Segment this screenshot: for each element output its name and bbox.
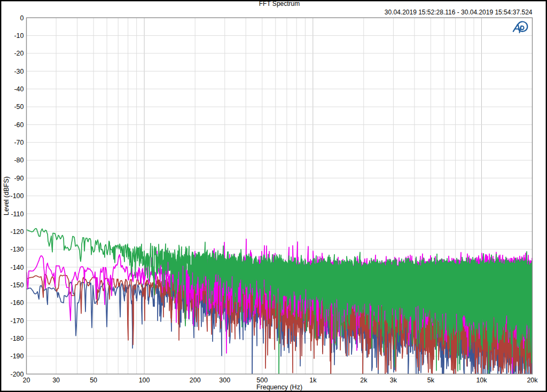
svg-text:500: 500 xyxy=(256,377,268,384)
svg-text:20: 20 xyxy=(23,377,30,384)
svg-text:0: 0 xyxy=(20,14,24,22)
svg-text:-160: -160 xyxy=(10,299,24,307)
svg-text:-190: -190 xyxy=(10,352,24,360)
svg-text:-140: -140 xyxy=(10,264,24,271)
svg-text:-200: -200 xyxy=(10,371,24,378)
svg-text:Frequency (Hz): Frequency (Hz) xyxy=(256,383,302,391)
svg-text:-40: -40 xyxy=(14,85,24,93)
svg-text:30: 30 xyxy=(52,377,60,384)
svg-text:Level (dBFS): Level (dBFS) xyxy=(3,176,10,215)
svg-text:200: 200 xyxy=(190,377,201,384)
svg-text:1k: 1k xyxy=(309,377,317,384)
svg-text:20k: 20k xyxy=(527,377,538,384)
svg-text:-150: -150 xyxy=(10,281,24,289)
svg-text:50: 50 xyxy=(90,377,97,384)
svg-text:-110: -110 xyxy=(11,210,24,218)
svg-text:-30: -30 xyxy=(14,68,24,75)
svg-text:-130: -130 xyxy=(10,246,24,253)
svg-text:30.04.2019 15:52:28.116 - 30.0: 30.04.2019 15:52:28.116 - 30.04.2019 15:… xyxy=(385,9,533,16)
svg-text:2k: 2k xyxy=(360,377,368,384)
svg-text:-180: -180 xyxy=(10,335,24,342)
svg-text:3k: 3k xyxy=(390,377,397,384)
svg-text:-120: -120 xyxy=(10,228,24,236)
svg-text:300: 300 xyxy=(219,377,230,384)
svg-text:10k: 10k xyxy=(476,377,487,384)
svg-text:-80: -80 xyxy=(14,156,24,164)
svg-text:5k: 5k xyxy=(427,377,435,384)
svg-text:-70: -70 xyxy=(14,139,24,146)
svg-text:-50: -50 xyxy=(14,103,24,111)
svg-text:-170: -170 xyxy=(10,317,24,325)
svg-text:100: 100 xyxy=(139,377,150,384)
svg-text:-10: -10 xyxy=(14,32,24,40)
svg-text:-60: -60 xyxy=(14,121,24,129)
svg-text:-90: -90 xyxy=(14,175,24,182)
svg-text:-20: -20 xyxy=(14,50,24,57)
svg-text:-100: -100 xyxy=(10,192,24,200)
